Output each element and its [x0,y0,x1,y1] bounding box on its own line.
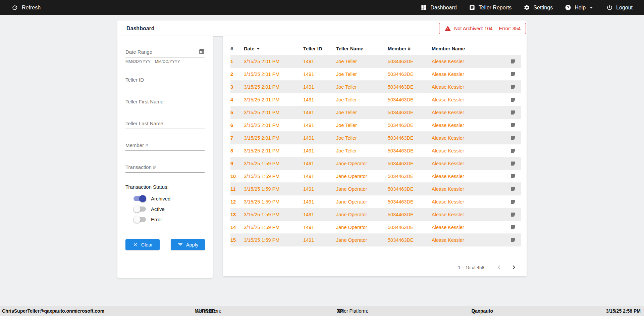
col-header-member-number: Member # [388,46,432,51]
pagination: 1 – 15 of 458 [230,263,521,272]
dashboard-icon [421,4,427,11]
cell-teller-id: 1491 [303,72,336,77]
table-row[interactable]: 2 3/15/25 2:01 PM 1491 Joe Teller 503446… [230,68,521,81]
row-note-button[interactable] [509,185,517,193]
toggle-error[interactable]: Error [133,217,205,222]
member-number-input[interactable] [125,140,205,151]
nav-logout-label: Logout [616,5,633,11]
row-note-button[interactable] [509,147,517,154]
calendar-icon[interactable] [199,48,205,54]
cell-teller-name: Jane Operator [336,174,388,179]
row-note-button[interactable] [509,83,517,91]
cell-teller-id: 1491 [303,148,336,153]
status-alert-badge[interactable]: Not Archived: 104 Error: 354 [439,23,526,34]
nav-logout[interactable]: Logout [606,4,633,11]
cell-member-number: 5034463DE [388,199,432,205]
table-row[interactable]: 4 3/15/25 2:01 PM 1491 Joe Teller 503446… [230,93,521,106]
current-datetime: 3/15/25 2:58 PM [606,308,641,314]
cell-date: 3/15/25 2:01 PM [244,148,303,153]
row-note-button[interactable] [509,122,517,129]
nav-teller-reports[interactable]: Teller Reports [469,4,512,11]
apply-button[interactable]: Apply [171,239,205,250]
teller-last-name-input[interactable] [125,119,205,129]
teller-id-input[interactable] [125,75,205,85]
transaction-number-input[interactable] [125,162,205,173]
table-row[interactable]: 10 3/15/25 1:59 PM 1491 Jane Operator 50… [230,170,521,183]
row-note-button[interactable] [509,236,517,244]
cell-teller-name: Joe Teller [336,110,388,115]
col-header-date[interactable]: Date [244,45,303,52]
nav-help[interactable]: Help [565,4,594,11]
table-row[interactable]: 9 3/15/25 1:59 PM 1491 Jane Operator 503… [230,157,521,170]
clear-x-icon [132,242,138,247]
teller-id-field [125,75,205,85]
toggle-archived[interactable]: Archived [133,196,205,201]
chevron-right-icon [510,263,518,271]
table-row[interactable]: 15 3/15/25 1:59 PM 1491 Jane Operator 50… [230,234,521,246]
row-note-button[interactable] [509,160,517,167]
table-row[interactable]: 8 3/15/25 2:01 PM 1491 Joe Teller 503446… [230,144,521,157]
cell-teller-id: 1491 [303,97,336,102]
cell-num: 13 [230,212,244,217]
table-row[interactable]: 6 3/15/25 2:01 PM 1491 Joe Teller 503446… [230,119,521,132]
note-icon [510,109,516,116]
table-row[interactable]: 13 3/15/25 1:59 PM 1491 Jane Operator 50… [230,208,521,221]
cell-member-number: 5034463DE [388,84,432,90]
error-switch[interactable] [133,217,146,222]
toggle-active[interactable]: Active [133,206,205,212]
row-note-button[interactable] [509,224,517,231]
table-row[interactable]: 12 3/15/25 1:59 PM 1491 Jane Operator 50… [230,195,521,208]
cell-member-name: Alease Kessler [432,161,505,166]
row-note-button[interactable] [509,71,517,78]
table-row[interactable]: 3 3/15/25 2:01 PM 1491 Joe Teller 503446… [230,81,521,93]
clear-button[interactable]: Clear [125,239,160,250]
cell-teller-id: 1491 [303,237,336,243]
row-note-button[interactable] [509,173,517,180]
cell-teller-id: 1491 [303,135,336,141]
refresh-icon [11,4,18,11]
cell-member-name: Alease Kessler [432,174,505,179]
cell-date: 3/15/25 1:59 PM [244,161,303,166]
row-note-button[interactable] [509,96,517,103]
nav-dashboard[interactable]: Dashboard [421,4,457,11]
note-icon [510,173,516,179]
cell-teller-name: Joe Teller [336,123,388,128]
table-row[interactable]: 5 3/15/25 2:01 PM 1491 Joe Teller 503446… [230,106,521,119]
teller-first-name-input[interactable] [125,97,205,107]
table-row[interactable]: 11 3/15/25 1:59 PM 1491 Jane Operator 50… [230,183,521,195]
transactions-table-card: # Date Teller ID Teller Name Member # Me… [223,36,527,276]
note-icon [510,71,516,77]
transaction-status-label: Transaction Status: [125,184,205,190]
next-page-button[interactable] [509,263,519,272]
nav-settings[interactable]: Settings [524,4,553,11]
row-note-button[interactable] [509,58,517,65]
date-range-input[interactable] [125,47,205,57]
archived-switch[interactable] [133,196,146,201]
row-note-button[interactable] [509,134,517,142]
chevron-left-icon [495,263,503,271]
row-note-button[interactable] [509,211,517,218]
teller-reports-icon [469,4,475,11]
nav-help-label: Help [575,5,586,11]
active-switch[interactable] [133,207,146,212]
chevron-down-icon [588,5,594,11]
note-icon [510,237,516,243]
cell-num: 14 [230,225,244,230]
table-body: 1 3/15/25 2:01 PM 1491 Joe Teller 503446… [230,55,521,246]
refresh-button[interactable]: Refresh [11,4,41,11]
table-row[interactable]: 14 3/15/25 1:59 PM 1491 Jane Operator 50… [230,221,521,234]
table-row[interactable]: 1 3/15/25 2:01 PM 1491 Joe Teller 503446… [230,55,521,68]
cell-member-number: 5034463DE [388,174,432,179]
switch-knob [133,216,141,223]
row-note-button[interactable] [509,109,517,116]
not-archived-count: Not Archived: 104 [454,26,492,31]
cell-date: 3/15/25 2:01 PM [244,72,303,77]
row-note-button[interactable] [509,198,517,206]
member-number-field [125,140,205,151]
cell-teller-id: 1491 [303,110,336,115]
prev-page-button[interactable] [494,263,504,272]
workstation-value: KURRER [195,308,215,314]
cell-member-name: Alease Kessler [432,72,505,77]
nav-settings-label: Settings [533,5,553,11]
table-row[interactable]: 7 3/15/25 2:01 PM 1491 Joe Teller 503446… [230,132,521,144]
